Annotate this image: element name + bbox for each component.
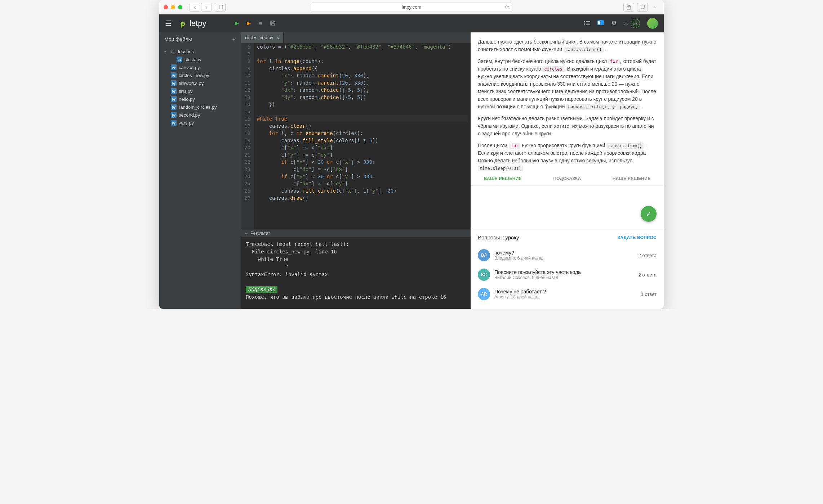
result-output: Traceback (most recent call last): File … — [241, 237, 471, 309]
traffic-zoom[interactable] — [178, 5, 182, 9]
tabs-icon[interactable] — [637, 3, 648, 12]
svg-point-7 — [584, 22, 585, 23]
logo[interactable]: ᵽ letpy — [179, 19, 206, 28]
menu-icon[interactable]: ☰ — [165, 19, 172, 28]
python-file-icon: py — [171, 72, 177, 78]
question-meta: Виталий Соколов, 9 дней назад — [494, 275, 634, 280]
python-file-icon: py — [171, 80, 177, 86]
questions-section: Вопросы к уроку ЗАДАТЬ ВОПРОС ВЛ почему?… — [471, 229, 664, 309]
save-button[interactable] — [270, 20, 276, 27]
submit-button[interactable]: ✓ — [641, 206, 657, 222]
file-item[interactable]: pyrandom_circles.py — [159, 103, 241, 111]
logo-icon: ᵽ — [179, 19, 187, 27]
question-answers-count: 2 ответа — [639, 253, 657, 258]
question-title: почему? — [494, 250, 634, 256]
svg-point-9 — [584, 24, 585, 25]
app-header: ☰ ᵽ letpy ▶ ▶ ■ ⚙ xp 62 — [159, 14, 664, 32]
file-item[interactable]: pyvars.py — [159, 119, 241, 127]
solution-tabs: ВАШЕ РЕШЕНИЕ ПОДСКАЗКА НАШЕ РЕШЕНИЕ — [471, 172, 664, 186]
code-editor[interactable]: 6789101112131415161718192021222324252627… — [241, 43, 471, 229]
stop-button[interactable]: ■ — [259, 20, 262, 27]
question-meta: Владимир, 6 дней назад — [494, 256, 634, 261]
sidebar-toggle-button[interactable] — [215, 3, 226, 12]
question-answers-count: 2 ответа — [639, 272, 657, 278]
result-label: Результат — [250, 231, 270, 236]
xp-value: 62 — [631, 19, 640, 28]
file-panel: Мои файлы ＋ ▾🗀lessonspyclock.pypycanvas.… — [159, 32, 241, 309]
question-avatar: AR — [478, 288, 490, 300]
close-icon[interactable]: ✕ — [276, 35, 280, 40]
new-tab-button[interactable]: ＋ — [652, 4, 659, 10]
run-button[interactable]: ▶ — [235, 20, 239, 27]
ask-question-button[interactable]: ЗАДАТЬ ВОПРОС — [617, 235, 657, 240]
question-answers-count: 1 ответ — [641, 292, 657, 297]
url-text: letpy.com — [402, 4, 422, 10]
tab-your-solution[interactable]: ВАШЕ РЕШЕНИЕ — [471, 172, 535, 185]
tab-circles-new[interactable]: circles_new.py ✕ — [241, 32, 284, 43]
python-file-icon: py — [171, 112, 177, 118]
question-item[interactable]: ВС Поясните пожалуйста эту часть кода Ви… — [478, 265, 657, 284]
hint-tag: ПОДСКАЗКА — [246, 286, 277, 293]
svg-rect-4 — [641, 5, 645, 8]
collapse-icon[interactable]: − — [245, 231, 248, 236]
svg-rect-0 — [218, 5, 223, 9]
browser-titlebar: ‹ › letpy.com ⟳ ＋ — [159, 0, 664, 14]
python-file-icon: py — [171, 88, 177, 94]
forward-button[interactable]: › — [201, 3, 212, 12]
file-clock[interactable]: pyclock.py — [159, 55, 241, 63]
questions-title: Вопросы к уроку — [478, 234, 519, 240]
python-file-icon: py — [177, 57, 182, 62]
svg-rect-12 — [598, 21, 600, 24]
list-icon[interactable] — [584, 20, 590, 27]
question-title: Поясните пожалуйста эту часть кода — [494, 269, 634, 275]
question-avatar: ВЛ — [478, 249, 490, 261]
question-meta: Arseniy, 18 дней назад — [494, 294, 637, 300]
result-bar[interactable]: − Результат — [241, 229, 471, 237]
question-avatar: ВС — [478, 269, 490, 281]
question-item[interactable]: AR Почему не работает ? Arseniy, 18 дней… — [478, 284, 657, 304]
folder-icon: 🗀 — [170, 49, 176, 54]
back-button[interactable]: ‹ — [190, 3, 200, 12]
file-item[interactable]: pyhello.py — [159, 95, 241, 103]
book-icon[interactable] — [597, 20, 604, 27]
python-file-icon: py — [171, 120, 177, 126]
address-bar[interactable]: letpy.com ⟳ — [311, 3, 512, 12]
file-item[interactable]: pycircles_new.py — [159, 71, 241, 79]
xp-label: xp — [624, 21, 628, 26]
avatar[interactable] — [647, 18, 658, 29]
traffic-minimize[interactable] — [171, 5, 175, 9]
traffic-close[interactable] — [164, 5, 168, 9]
question-item[interactable]: ВЛ почему? Владимир, 6 дней назад 2 отве… — [478, 246, 657, 265]
file-item[interactable]: pyfireworks.py — [159, 79, 241, 87]
step-button[interactable]: ▶ — [247, 20, 251, 27]
gear-icon[interactable]: ⚙ — [611, 19, 617, 27]
tab-our-solution[interactable]: НАШЕ РЕШЕНИЕ — [599, 172, 664, 185]
file-item[interactable]: pysecond.py — [159, 111, 241, 119]
share-icon[interactable] — [623, 3, 634, 12]
folder-lessons[interactable]: ▾🗀lessons — [159, 48, 241, 55]
svg-point-5 — [584, 21, 585, 22]
question-title: Почему не работает ? — [494, 289, 637, 294]
file-item[interactable]: pyfirst.py — [159, 87, 241, 95]
tab-hint[interactable]: ПОДСКАЗКА — [535, 172, 600, 185]
add-file-button[interactable]: ＋ — [231, 36, 236, 42]
xp-badge: xp 62 — [624, 19, 640, 28]
python-file-icon: py — [171, 64, 177, 70]
python-file-icon: py — [171, 104, 177, 110]
editor-tabs: circles_new.py ✕ — [241, 32, 471, 43]
file-item[interactable]: pycanvas.py — [159, 63, 241, 71]
tab-label: circles_new.py — [245, 35, 273, 40]
logo-text: letpy — [190, 19, 206, 28]
refresh-icon[interactable]: ⟳ — [505, 4, 509, 10]
python-file-icon: py — [171, 96, 177, 102]
instruction-panel: Дальше нужно сделать бесконечный цикл. В… — [471, 32, 664, 309]
file-panel-title: Мои файлы — [164, 36, 192, 42]
